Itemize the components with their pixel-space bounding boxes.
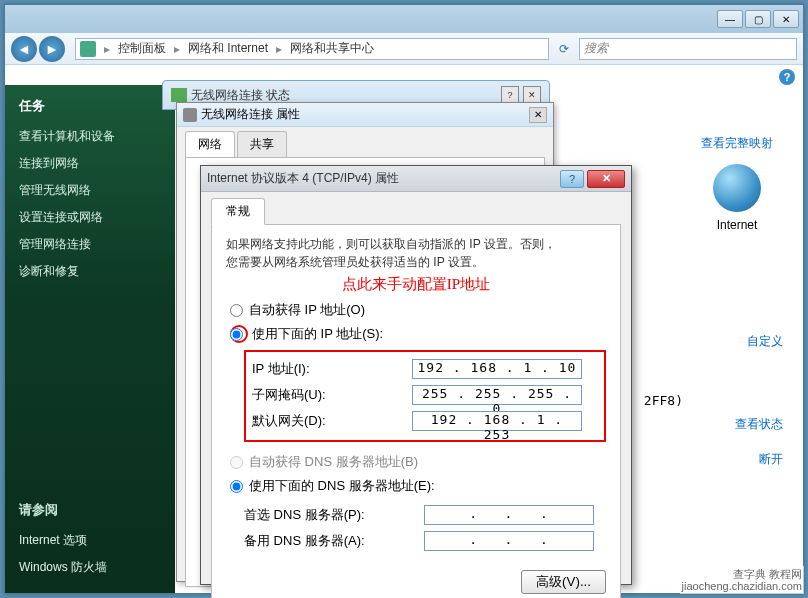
ip-address-input[interactable]: 192 . 168 . 1 . 10 — [412, 359, 582, 379]
breadcrumb[interactable]: ▸ 控制面板 ▸ 网络和 Internet ▸ 网络和共享中心 — [75, 38, 549, 60]
disconnect-link[interactable]: 断开 — [735, 451, 783, 468]
radio-use-ip-highlight — [230, 325, 248, 343]
ipv4-description: 如果网络支持此功能，则可以获取自动指派的 IP 设置。否则， 您需要从网络系统管… — [226, 235, 606, 271]
forward-button[interactable]: ► — [39, 36, 65, 62]
radio-auto-ip-label: 自动获得 IP 地址(O) — [249, 301, 365, 319]
status-window-title: 无线网络连接 状态 — [191, 87, 290, 104]
ipv4-properties-dialog: Internet 协议版本 4 (TCP/IPv4) 属性 ? ✕ 常规 如果网… — [200, 165, 632, 585]
default-gateway-label: 默认网关(D): — [252, 412, 412, 430]
ipv4-help-button[interactable]: ? — [560, 170, 584, 188]
sidebar-link[interactable]: 连接到网络 — [19, 150, 161, 177]
sidebar-link[interactable]: 诊断和修复 — [19, 258, 161, 285]
radio-use-ip-label: 使用下面的 IP 地址(S): — [252, 325, 383, 343]
default-gateway-input[interactable]: 192 . 168 . 1 . 253 — [412, 411, 582, 431]
breadcrumb-icon — [80, 41, 96, 57]
radio-use-ip[interactable] — [230, 328, 243, 341]
ipv4-general-panel: 如果网络支持此功能，则可以获取自动指派的 IP 设置。否则， 您需要从网络系统管… — [211, 224, 621, 598]
props-title: 无线网络连接 属性 — [201, 106, 300, 123]
search-input[interactable]: 搜索 — [579, 38, 797, 60]
radio-use-dns[interactable] — [230, 480, 243, 493]
network-id-fragment: 2FF8) — [644, 393, 683, 408]
annotation-manual-ip: 点此来手动配置IP地址 — [226, 275, 606, 294]
sidebar-link[interactable]: Internet 选项 — [19, 527, 161, 554]
internet-label: Internet — [701, 218, 773, 232]
wifi-signal-icon — [171, 88, 187, 102]
sidebar-link[interactable]: 管理网络连接 — [19, 231, 161, 258]
view-status-link[interactable]: 查看状态 — [735, 416, 783, 433]
ipv4-title: Internet 协议版本 4 (TCP/IPv4) 属性 — [207, 170, 399, 187]
props-titlebar: 无线网络连接 属性 ✕ — [177, 103, 553, 127]
tab-general[interactable]: 常规 — [211, 198, 265, 225]
sidebar: 任务 查看计算机和设备 连接到网络 管理无线网络 设置连接或网络 管理网络连接 … — [5, 85, 175, 593]
props-close-button[interactable]: ✕ — [529, 107, 547, 123]
breadcrumb-item[interactable]: 网络和共享中心 — [290, 40, 374, 57]
customize-link[interactable]: 自定义 — [735, 333, 783, 350]
watermark: 查字典 教程网 jiaocheng.chazidian.com — [680, 566, 804, 594]
radio-auto-ip[interactable] — [230, 304, 243, 317]
minimize-button[interactable]: — — [717, 10, 743, 28]
sidebar-title: 任务 — [19, 97, 161, 115]
internet-globe-icon — [713, 164, 761, 212]
ipv4-close-button[interactable]: ✕ — [587, 170, 625, 188]
view-full-map-link[interactable]: 查看完整映射 — [701, 135, 773, 152]
maximize-button[interactable]: ▢ — [745, 10, 771, 28]
subnet-mask-label: 子网掩码(U): — [252, 386, 412, 404]
sidebar-see-also-title: 请参阅 — [19, 501, 161, 519]
sidebar-link[interactable]: Windows 防火墙 — [19, 554, 161, 581]
advanced-button[interactable]: 高级(V)... — [521, 570, 606, 594]
preferred-dns-label: 首选 DNS 服务器(P): — [244, 506, 424, 524]
breadcrumb-item[interactable]: 网络和 Internet — [188, 40, 268, 57]
subnet-mask-input[interactable]: 255 . 255 . 255 . 0 — [412, 385, 582, 405]
back-button[interactable]: ◄ — [11, 36, 37, 62]
sidebar-link[interactable]: 设置连接或网络 — [19, 204, 161, 231]
radio-auto-dns — [230, 456, 243, 469]
radio-use-dns-label: 使用下面的 DNS 服务器地址(E): — [249, 477, 435, 495]
preferred-dns-input[interactable]: . . . — [424, 505, 594, 525]
alternate-dns-label: 备用 DNS 服务器(A): — [244, 532, 424, 550]
sidebar-link[interactable]: 管理无线网络 — [19, 177, 161, 204]
alternate-dns-input[interactable]: . . . — [424, 531, 594, 551]
ip-fields-block: IP 地址(I): 192 . 168 . 1 . 10 子网掩码(U): 25… — [244, 350, 606, 442]
tab-sharing[interactable]: 共享 — [237, 131, 287, 157]
ipv4-titlebar: Internet 协议版本 4 (TCP/IPv4) 属性 ? ✕ — [201, 166, 631, 192]
main-titlebar: — ▢ ✕ — [5, 5, 803, 33]
help-icon[interactable]: ? — [779, 69, 795, 85]
nav-bar: ◄ ► ▸ 控制面板 ▸ 网络和 Internet ▸ 网络和共享中心 ⟳ 搜索 — [5, 33, 803, 65]
adapter-icon — [183, 108, 197, 122]
tab-networking[interactable]: 网络 — [185, 131, 235, 157]
breadcrumb-item[interactable]: 控制面板 — [118, 40, 166, 57]
sidebar-link[interactable]: 查看计算机和设备 — [19, 123, 161, 150]
radio-auto-dns-label: 自动获得 DNS 服务器地址(B) — [249, 453, 418, 471]
ip-address-label: IP 地址(I): — [252, 360, 412, 378]
close-button[interactable]: ✕ — [773, 10, 799, 28]
refresh-button[interactable]: ⟳ — [553, 38, 575, 60]
